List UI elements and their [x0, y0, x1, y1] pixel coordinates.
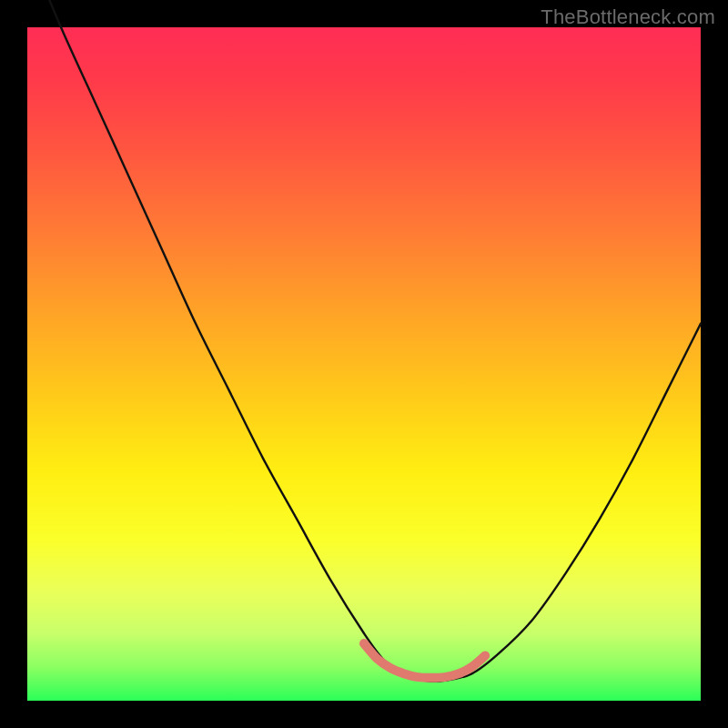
plot-area	[27, 27, 701, 701]
chart-svg	[27, 27, 701, 701]
bottleneck-curve	[27, 0, 701, 682]
watermark-text: TheBottleneck.com	[541, 5, 715, 29]
chart-frame: TheBottleneck.com	[0, 0, 728, 728]
highlight-segment	[364, 643, 485, 678]
